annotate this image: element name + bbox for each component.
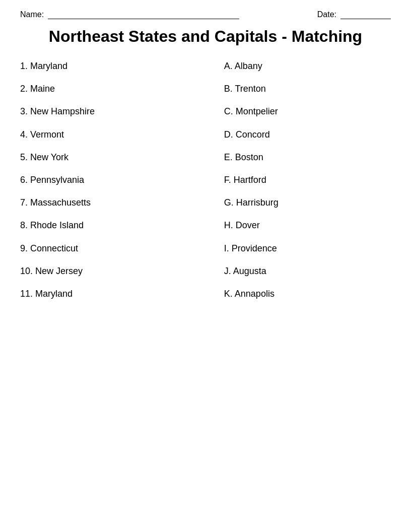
matching-columns: 1. Maryland2. Maine3. New Hampshire4. Ve…: [20, 60, 391, 310]
name-label: Name:: [20, 10, 44, 19]
capital-item: J. Augusta: [224, 265, 391, 278]
capital-item: E. Boston: [224, 151, 391, 164]
name-field: Name:: [20, 10, 239, 19]
state-item: 11. Maryland: [20, 288, 187, 300]
date-underline[interactable]: [340, 10, 391, 19]
state-item: 6. Pennsylvania: [20, 174, 187, 186]
states-column: 1. Maryland2. Maine3. New Hampshire4. Ve…: [20, 60, 187, 310]
state-item: 8. Rhode Island: [20, 219, 187, 232]
date-field: Date:: [317, 10, 391, 19]
capital-item: B. Trenton: [224, 83, 391, 95]
capital-item: G. Harrisburg: [224, 196, 391, 209]
capital-item: K. Annapolis: [224, 288, 391, 300]
capital-item: D. Concord: [224, 128, 391, 141]
state-item: 7. Massachusetts: [20, 196, 187, 209]
capital-item: C. Montpelier: [224, 105, 391, 118]
state-item: 1. Maryland: [20, 60, 187, 73]
capital-item: I. Providence: [224, 242, 391, 255]
state-item: 3. New Hampshire: [20, 105, 187, 118]
state-item: 10. New Jersey: [20, 265, 187, 278]
name-underline[interactable]: [48, 10, 239, 19]
capitals-column: A. AlbanyB. TrentonC. MontpelierD. Conco…: [224, 60, 391, 310]
page-title: Northeast States and Capitals - Matching: [20, 27, 391, 46]
state-item: 4. Vermont: [20, 128, 187, 141]
state-item: 5. New York: [20, 151, 187, 164]
capital-item: H. Dover: [224, 219, 391, 232]
date-label: Date:: [317, 10, 336, 19]
state-item: 9. Connecticut: [20, 242, 187, 255]
capital-item: F. Hartford: [224, 174, 391, 186]
capital-item: A. Albany: [224, 60, 391, 73]
state-item: 2. Maine: [20, 83, 187, 95]
header: Name: Date:: [20, 10, 391, 19]
